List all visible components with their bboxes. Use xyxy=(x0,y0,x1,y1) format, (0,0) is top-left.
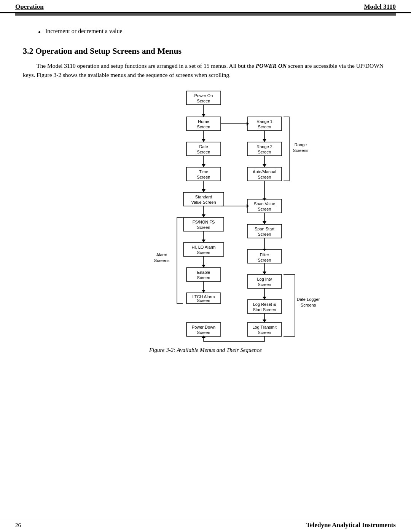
header-model-label: Model 3110 xyxy=(364,3,396,11)
bullet-text: Increment or decrement a value xyxy=(45,27,123,35)
arrow-fs-hilo xyxy=(202,240,206,243)
brace-datalogger xyxy=(284,275,295,336)
label-hilo: HI, LO Alarm xyxy=(192,245,216,249)
arrow-sv-ss xyxy=(263,221,266,224)
footer-company: Teledyne Analytical Instruments xyxy=(306,521,396,529)
label-log-transmit-2: Screen xyxy=(258,330,271,335)
label-enable: Enable xyxy=(197,270,210,275)
label-power-down-2: Screen xyxy=(197,330,210,335)
label-range-screens-2: Screens xyxy=(293,148,309,153)
label-ltch-2: Screen xyxy=(197,298,210,303)
diagram-container: .box { fill: #fff; stroke: #000; stroke-… xyxy=(23,87,388,342)
label-auto: Auto/Manual xyxy=(253,169,276,174)
label-enable-2: Screen xyxy=(197,275,210,280)
arrow-enable-ltch xyxy=(202,290,206,293)
section-paragraph: The Model 3110 operation and setup funct… xyxy=(23,61,388,80)
footer-page-number: 26 xyxy=(15,522,21,529)
label-filter: Filter xyxy=(260,252,269,257)
label-alarm-screens-2: Screens xyxy=(154,258,170,263)
label-sv: Standard xyxy=(195,195,212,199)
label-filter-2: Screen xyxy=(258,258,271,262)
label-time-2: Screen xyxy=(197,175,210,179)
bullet-dot: • xyxy=(38,27,41,38)
section-heading: 3.2 Operation and Setup Screens and Menu… xyxy=(23,46,388,56)
label-range1-2: Screen xyxy=(258,125,271,129)
page-footer: 26 Teledyne Analytical Instruments xyxy=(0,518,411,532)
label-datalogger-2: Screens xyxy=(301,303,316,307)
label-log-intv: Log Intv xyxy=(257,277,272,281)
label-log-reset-2: Start Screen xyxy=(253,307,276,312)
label-auto-2: Screen xyxy=(258,175,271,179)
label-span-start-2: Screen xyxy=(258,232,271,236)
label-span-start: Span Start xyxy=(255,227,274,231)
label-span-value: Span Value xyxy=(254,201,275,206)
arrow-filter-logintv xyxy=(263,272,266,275)
label-range2: Range 2 xyxy=(256,144,272,149)
label-range-screens: Range xyxy=(295,142,307,147)
label-range2-2: Screen xyxy=(258,150,271,154)
label-alarm-screens: Alarm xyxy=(156,252,167,257)
arrow-sv-fs xyxy=(202,214,206,217)
label-fs: FS/NON FS xyxy=(193,220,215,224)
label-log-transmit: Log Transmit xyxy=(252,325,277,329)
brace-range xyxy=(284,117,289,181)
arrow-r1-r2 xyxy=(263,139,266,142)
label-time: Time xyxy=(199,169,208,174)
arrow-r2-auto xyxy=(263,164,266,167)
label-fs-2: Screen xyxy=(197,225,210,230)
power-on-italic: POWER ON xyxy=(256,62,287,69)
arrow-time-sv xyxy=(202,189,206,192)
label-power-on: Power On xyxy=(194,93,213,98)
bullet-item: • Increment or decrement a value xyxy=(38,27,388,38)
arrow-home-date xyxy=(202,139,206,142)
arrow-power-home xyxy=(202,114,206,117)
label-span-value-2: Screen xyxy=(258,207,271,211)
flow-diagram: .box { fill: #fff; stroke: #000; stroke-… xyxy=(88,87,323,342)
brace-alarm xyxy=(177,217,183,304)
label-log-intv-2: Screen xyxy=(258,282,271,287)
label-sv-2: Value Screen xyxy=(191,200,216,204)
label-hilo-2: Screen xyxy=(197,250,210,255)
arrow-date-time xyxy=(202,164,206,167)
label-home-2: Screen xyxy=(197,125,210,129)
label-date-2: Screen xyxy=(197,150,210,154)
label-datalogger: Date Logger xyxy=(297,297,320,302)
header-section-label: Operation xyxy=(15,3,44,11)
arrow-hilo-enable xyxy=(202,265,206,268)
label-date: Date xyxy=(199,144,208,149)
arrow-logintv-logreset xyxy=(263,297,266,300)
label-home: Home xyxy=(198,119,209,124)
diagram-caption: Figure 3-2: Available Menus and Their Se… xyxy=(23,347,388,353)
label-log-reset: Log Reset & xyxy=(253,302,276,307)
label-range1: Range 1 xyxy=(256,119,272,124)
page-content: • Increment or decrement a value 3.2 Ope… xyxy=(0,16,411,380)
label-power-down: Power Down xyxy=(192,325,215,329)
label-power-on-2: Screen xyxy=(197,99,210,103)
arrow-logreset-logtx xyxy=(263,320,266,323)
page-header: Operation Model 3110 xyxy=(0,0,411,13)
